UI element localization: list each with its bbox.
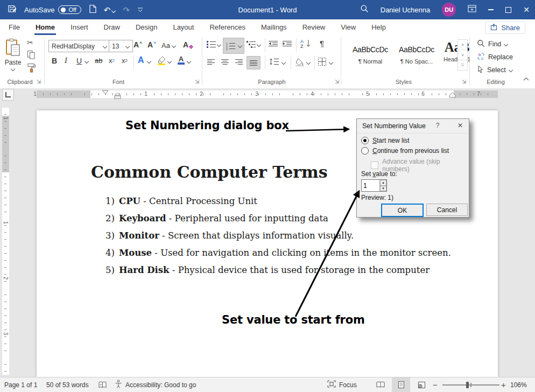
decrease-indent-button[interactable] <box>268 40 278 47</box>
clipboard-dialog-launcher[interactable]: ⇲ <box>36 79 42 85</box>
ribbon-display-options-icon[interactable] <box>468 5 476 15</box>
line-spacing-chevron[interactable] <box>282 61 285 64</box>
strikethrough-button[interactable]: ab <box>95 57 102 65</box>
styles-scroll-down[interactable]: ˅ <box>457 50 468 60</box>
undo-icon[interactable]: ↶ <box>104 6 116 14</box>
dialog-help-button[interactable]: ? <box>433 122 442 129</box>
shrink-font-button[interactable]: A˅ <box>147 40 156 49</box>
maximize-button[interactable] <box>505 7 511 13</box>
horizontal-ruler[interactable]: 1 1 2 3 4 5 6 7 <box>37 90 498 98</box>
sort-button[interactable]: AZ <box>300 39 312 48</box>
justify-button[interactable] <box>247 56 261 69</box>
select-chevron[interactable] <box>509 68 513 72</box>
collapse-ribbon-icon[interactable] <box>523 77 529 81</box>
borders-chevron[interactable] <box>329 61 333 64</box>
cancel-button[interactable]: Cancel <box>426 204 468 216</box>
save-icon[interactable] <box>8 4 17 16</box>
word-count[interactable]: 50 of 53 words <box>46 377 89 392</box>
search-icon[interactable] <box>360 4 369 15</box>
replace-button[interactable]: bc Replace <box>477 52 513 62</box>
tab-layout[interactable]: Layout <box>173 19 194 35</box>
underline-button[interactable]: U <box>76 57 82 65</box>
tab-design[interactable]: Design <box>136 19 157 35</box>
zoom-level[interactable]: 106% <box>510 377 527 392</box>
format-painter-icon[interactable] <box>27 63 36 73</box>
styles-gallery-more[interactable]: ⍗ <box>457 60 468 71</box>
font-size-combo[interactable]: 13 <box>109 40 133 52</box>
paragraph-dialog-launcher[interactable]: ⇲ <box>334 79 340 85</box>
font-color-button[interactable]: A <box>178 55 185 65</box>
accessibility-status[interactable]: Accessibility: Good to go <box>115 377 196 392</box>
spin-down-button[interactable]: ▼ <box>380 186 386 192</box>
zoom-out-button[interactable]: − <box>433 377 438 392</box>
superscript-button[interactable]: x2 <box>122 57 128 65</box>
share-button[interactable]: Share <box>485 21 525 34</box>
italic-button[interactable]: I <box>65 57 67 65</box>
font-dialog-launcher[interactable]: ⇲ <box>194 79 200 85</box>
bullets-button[interactable] <box>207 40 216 48</box>
style-normal[interactable]: AaBbCcDc ¶ Normal <box>348 39 393 72</box>
bold-button[interactable]: B <box>52 57 57 65</box>
shading-button[interactable] <box>295 58 305 66</box>
paste-button[interactable] <box>5 38 20 57</box>
highlight-color-chevron[interactable] <box>168 60 171 63</box>
subscript-button[interactable]: x2 <box>109 57 115 65</box>
text-effects-chevron[interactable] <box>147 60 151 63</box>
multilevel-list-button[interactable] <box>247 40 256 48</box>
bullets-chevron[interactable] <box>217 43 221 46</box>
paste-dropdown-chevron[interactable] <box>11 67 15 71</box>
select-button[interactable]: Select <box>477 65 512 75</box>
font-color-chevron[interactable] <box>187 60 191 63</box>
page-indicator[interactable]: Page 1 of 1 <box>4 377 37 392</box>
borders-button[interactable] <box>318 57 327 66</box>
avatar[interactable]: DU <box>442 3 456 17</box>
grow-font-button[interactable]: A˄ <box>133 40 142 49</box>
web-layout-button[interactable] <box>412 377 431 392</box>
find-chevron[interactable] <box>504 42 508 46</box>
first-line-indent-marker[interactable] <box>102 90 109 95</box>
radio-continue-previous[interactable]: Continue from previous list <box>361 147 449 155</box>
read-mode-button[interactable] <box>371 377 390 392</box>
dialog-title-bar[interactable]: Set Numbering Value <box>357 119 469 134</box>
tab-home[interactable]: Home <box>36 19 55 35</box>
style-no-spacing[interactable]: AaBbCcDc ¶ No Spac... <box>394 39 439 72</box>
ok-button[interactable]: OK <box>381 204 424 217</box>
change-case-button[interactable]: Aa <box>161 41 175 50</box>
set-value-spinner[interactable]: ▲ ▼ <box>361 179 387 192</box>
multilevel-list-chevron[interactable] <box>257 43 261 46</box>
align-center-button[interactable] <box>221 59 229 65</box>
print-layout-button[interactable] <box>392 377 410 392</box>
tab-stop-selector[interactable] <box>2 89 14 101</box>
align-right-button[interactable] <box>235 59 243 65</box>
dialog-close-icon[interactable]: ✕ <box>456 122 464 129</box>
user-name[interactable]: Daniel Uchenna <box>381 6 431 14</box>
tab-insert[interactable]: Insert <box>71 19 88 35</box>
numbering-button[interactable]: 123 <box>223 38 244 54</box>
line-spacing-button[interactable] <box>269 58 279 66</box>
minimize-button[interactable] <box>488 9 494 10</box>
hanging-indent-marker[interactable] <box>114 93 121 100</box>
find-button[interactable]: Find <box>477 39 508 49</box>
shading-chevron[interactable] <box>307 61 310 64</box>
clear-formatting-button[interactable]: A <box>183 40 193 49</box>
radio-start-new-list[interactable]: Start new list <box>361 137 410 144</box>
underline-dropdown-chevron[interactable] <box>85 60 88 63</box>
increase-indent-button[interactable] <box>282 40 292 47</box>
align-left-button[interactable] <box>207 59 215 65</box>
spin-up-button[interactable]: ▲ <box>380 180 386 186</box>
zoom-slider-thumb[interactable] <box>466 382 469 388</box>
tab-mailings[interactable]: Mailings <box>261 19 287 35</box>
autosave-pill[interactable]: Off <box>58 5 81 14</box>
focus-button[interactable]: Focus <box>327 377 357 392</box>
font-name-combo[interactable]: RedHatDisplay <box>48 40 110 52</box>
tab-references[interactable]: References <box>209 19 245 35</box>
new-document-icon[interactable] <box>89 4 96 16</box>
right-indent-marker[interactable] <box>449 93 456 98</box>
proofing-icon[interactable] <box>98 377 107 392</box>
customize-toolbar-icon[interactable] <box>137 5 143 15</box>
styles-scroll-up[interactable]: ˄ <box>457 39 468 50</box>
zoom-in-button[interactable]: + <box>501 377 506 392</box>
tab-draw[interactable]: Draw <box>104 19 120 35</box>
tab-view[interactable]: View <box>341 19 356 35</box>
style-heading1[interactable]: AaB Heading 1 <box>440 39 474 72</box>
